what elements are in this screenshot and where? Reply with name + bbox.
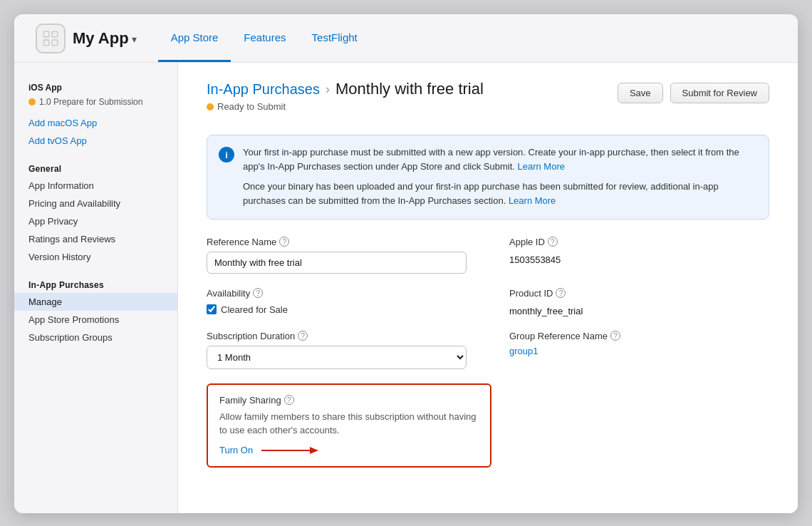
cleared-for-sale-checkbox[interactable] xyxy=(207,304,217,314)
turn-on-row: Turn On xyxy=(219,445,479,456)
sidebar-item-app-information[interactable]: App Information xyxy=(14,177,177,195)
sidebar-item-app-privacy[interactable]: App Privacy xyxy=(14,212,177,230)
sidebar-ios-section: iOS App 1.0 Prepare for Submission Add m… xyxy=(14,77,177,150)
turn-on-link[interactable]: Turn On xyxy=(219,445,253,455)
reference-name-label: Reference Name ? xyxy=(207,237,467,247)
group-reference-value[interactable]: group1 xyxy=(509,346,769,356)
sidebar-item-manage[interactable]: Manage xyxy=(14,293,177,311)
sidebar-iap-section: In-App Purchases Manage App Store Promot… xyxy=(14,270,177,346)
red-arrow-icon xyxy=(261,445,318,456)
main-layout: iOS App 1.0 Prepare for Submission Add m… xyxy=(14,63,798,513)
save-button[interactable]: Save xyxy=(618,83,663,103)
availability-checkbox-row: Cleared for Sale xyxy=(207,304,467,315)
status-dot-icon xyxy=(207,103,214,110)
breadcrumb-separator: › xyxy=(326,82,330,97)
app-icon xyxy=(36,24,66,53)
breadcrumb: In-App Purchases › Monthly with free tri… xyxy=(207,80,484,98)
content-area: In-App Purchases › Monthly with free tri… xyxy=(178,63,798,513)
availability-label: Availability ? xyxy=(207,288,467,299)
svg-marker-5 xyxy=(310,447,318,454)
sidebar-add-tvos[interactable]: Add tvOS App xyxy=(14,132,177,150)
availability-help-icon: ? xyxy=(253,288,263,298)
product-id-value: monthly_free_trial xyxy=(509,303,769,316)
tab-testflight[interactable]: TestFlight xyxy=(299,14,370,62)
status-row: Ready to Submit xyxy=(207,101,484,112)
subscription-duration-label: Subscription Duration ? xyxy=(207,331,467,341)
reference-name-help-icon: ? xyxy=(279,237,289,247)
group-reference-help-icon: ? xyxy=(610,331,620,341)
app-name: My App xyxy=(73,29,129,48)
svg-rect-2 xyxy=(43,40,49,46)
status-badge: Ready to Submit xyxy=(217,101,286,112)
info-line-1: Your first in-app purchase must be submi… xyxy=(243,145,757,174)
sidebar: iOS App 1.0 Prepare for Submission Add m… xyxy=(14,63,178,513)
family-sharing-title: Family Sharing ? xyxy=(219,395,479,406)
sidebar-item-pricing[interactable]: Pricing and Availability xyxy=(14,195,177,212)
family-sharing-description: Allow family members to share this subsc… xyxy=(219,410,479,438)
app-title-row: My App ▾ xyxy=(73,29,137,48)
apple-id-help-icon: ? xyxy=(548,237,558,247)
title-area: In-App Purchases › Monthly with free tri… xyxy=(207,80,484,123)
orange-dot-icon xyxy=(28,98,36,105)
product-id-label: Product ID ? xyxy=(509,288,769,299)
submit-review-button[interactable]: Submit for Review xyxy=(670,83,769,103)
reference-name-input[interactable] xyxy=(207,252,467,274)
product-id-help-icon: ? xyxy=(556,288,566,298)
sidebar-iap-title: In-App Purchases xyxy=(14,270,177,293)
learn-more-link-1[interactable]: Learn More xyxy=(518,161,565,172)
tab-app-store[interactable]: App Store xyxy=(158,14,231,62)
sidebar-item-app-store-promotions[interactable]: App Store Promotions xyxy=(14,311,177,329)
subscription-duration-help-icon: ? xyxy=(298,331,308,341)
learn-more-link-2[interactable]: Learn More xyxy=(509,195,556,206)
info-icon: i xyxy=(219,147,234,163)
sidebar-general-title: General xyxy=(14,154,177,177)
form-grid: Reference Name ? Apple ID ? 1503553845 xyxy=(207,237,769,369)
family-sharing-help-icon: ? xyxy=(284,395,294,405)
info-line-2: Once your binary has been uploaded and y… xyxy=(243,180,757,208)
sidebar-item-ratings[interactable]: Ratings and Reviews xyxy=(14,230,177,248)
page-title: Monthly with free trial xyxy=(335,80,484,98)
breadcrumb-parent[interactable]: In-App Purchases xyxy=(207,81,320,98)
family-sharing-box: Family Sharing ? Allow family members to… xyxy=(207,383,491,468)
title-action-row: In-App Purchases › Monthly with free tri… xyxy=(207,80,769,123)
nav-tabs: App Store Features TestFlight xyxy=(158,14,370,62)
availability-field: Availability ? Cleared for Sale xyxy=(207,288,467,316)
sidebar-ios-label: iOS App xyxy=(14,77,177,94)
tab-features[interactable]: Features xyxy=(231,14,298,62)
action-buttons-row: Save Submit for Review xyxy=(618,83,769,103)
info-box: i Your first in-app purchase must be sub… xyxy=(207,135,769,220)
sidebar-general-section: General App Information Pricing and Avai… xyxy=(14,154,177,266)
svg-rect-0 xyxy=(43,31,49,37)
apple-id-value: 1503553845 xyxy=(509,252,769,265)
sidebar-prepare-item: 1.0 Prepare for Submission xyxy=(14,94,177,114)
subscription-duration-field: Subscription Duration ? 1 Month 1 Week 2… xyxy=(207,331,467,369)
sidebar-item-subscription-groups[interactable]: Subscription Groups xyxy=(14,329,177,346)
product-id-field: Product ID ? monthly_free_trial xyxy=(509,288,769,316)
apple-id-field: Apple ID ? 1503553845 xyxy=(509,237,769,274)
reference-name-field: Reference Name ? xyxy=(207,237,467,274)
cleared-for-sale-label: Cleared for Sale xyxy=(221,304,288,315)
group-reference-label: Group Reference Name ? xyxy=(509,331,769,341)
sidebar-item-version-history[interactable]: Version History xyxy=(14,248,177,266)
svg-rect-3 xyxy=(52,40,58,46)
app-header: My App ▾ App Store Features TestFlight xyxy=(14,14,798,63)
group-reference-field: Group Reference Name ? group1 xyxy=(509,331,769,369)
svg-rect-1 xyxy=(52,31,58,37)
app-window: My App ▾ App Store Features TestFlight i… xyxy=(14,14,798,513)
chevron-down-icon[interactable]: ▾ xyxy=(132,33,137,45)
sidebar-add-macos[interactable]: Add macOS App xyxy=(14,114,177,132)
info-text: Your first in-app purchase must be submi… xyxy=(243,145,757,209)
apple-id-label: Apple ID ? xyxy=(509,237,769,247)
subscription-duration-select[interactable]: 1 Month 1 Week 2 Weeks 3 Months 6 Months… xyxy=(207,346,467,369)
